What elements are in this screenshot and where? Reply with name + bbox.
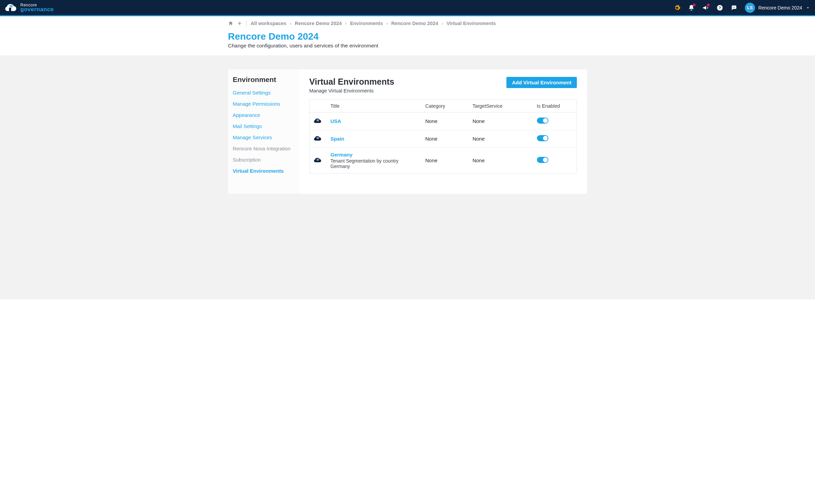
row-category: None [421,148,468,173]
row-cloud-icon [310,130,327,148]
brand-line2: governance [20,6,54,12]
col-icon [310,100,327,112]
add-virtual-environment-button[interactable]: Add Virtual Environment [506,77,577,88]
row-category: None [421,112,468,130]
svg-rect-0 [9,5,13,6]
settings-gear-icon[interactable] [674,4,681,11]
row-title-link[interactable]: Germany [331,152,353,158]
user-workspace-label: Rencore Demo 2024 [758,5,802,10]
breadcrumb-divider [246,20,247,26]
row-title-link[interactable]: Spain [331,136,344,142]
back-arrow-icon[interactable] [237,21,242,26]
toggle-knob [543,136,548,141]
row-cloud-icon [310,112,327,130]
row-cloud-icon [310,148,327,173]
col-enabled: Is Enabled [533,100,577,112]
row-category: None [421,130,468,148]
row-target: None [468,112,533,130]
row-target: None [468,130,533,148]
svg-point-5 [734,7,735,7]
svg-rect-9 [317,138,319,139]
table-row: SpainNoneNone [310,130,577,148]
top-nav: Rencore governance ? LS Rencore Demo 202… [0,0,815,16]
sidebar-title: Environment [233,76,294,84]
chevron-right-icon: › [345,21,347,26]
page-header: All workspaces › Rencore Demo 2024 › Env… [0,16,815,56]
col-category: Category [421,100,468,112]
svg-rect-11 [317,160,319,161]
page-subtitle: Change the configuration, users and serv… [228,43,587,49]
virtual-environments-table: Title Category TargetService Is Enabled … [309,100,577,173]
body: Environment General Settings Manage Perm… [0,56,815,299]
avatar: LS [745,3,755,13]
nav-right: ? LS Rencore Demo 2024 [674,3,810,13]
feedback-icon[interactable] [731,4,737,11]
brand-logo-icon [5,1,18,14]
col-title: Title [327,100,421,112]
svg-rect-6 [317,120,319,120]
chevron-down-icon [806,5,810,10]
breadcrumb-item[interactable]: Environments [350,21,383,26]
row-enabled-cell [533,130,577,148]
chevron-right-icon: › [290,21,292,26]
megaphone-icon[interactable] [702,4,709,11]
sidebar-item-subscription: Subscription [233,154,294,165]
row-title-cell: Spain [327,130,421,148]
row-description: Tenant Segmentation by country Germany [331,158,417,169]
svg-rect-10 [317,159,319,160]
sidebar-item-manage-services[interactable]: Manage Services [233,132,294,143]
sidebar-item-general-settings[interactable]: General Settings [233,87,294,98]
row-title-link[interactable]: USA [331,118,341,124]
toggle-knob [543,158,548,162]
enabled-toggle[interactable] [537,118,548,124]
main-content: Virtual Environments Manage Virtual Envi… [299,69,587,194]
bell-icon[interactable] [688,4,695,11]
table-row: USANoneNone [310,112,577,130]
brand[interactable]: Rencore governance [5,1,54,14]
enabled-toggle[interactable] [537,135,548,141]
breadcrumb-item[interactable]: Rencore Demo 2024 [391,21,438,26]
breadcrumb-item[interactable]: Rencore Demo 2024 [295,21,342,26]
toggle-knob [543,118,548,123]
page-title: Rencore Demo 2024 [228,31,587,42]
svg-rect-1 [9,6,13,7]
chevron-right-icon: › [442,21,443,26]
enabled-toggle[interactable] [537,157,548,163]
row-title-cell: GermanyTenant Segmentation by country Ge… [327,148,421,173]
sidebar-item-manage-permissions[interactable]: Manage Permissions [233,98,294,109]
megaphone-dot [707,4,710,6]
content-subtitle: Manage Virtual Environments [309,88,394,93]
row-enabled-cell [533,148,577,173]
user-menu[interactable]: LS Rencore Demo 2024 [745,3,810,13]
chevron-right-icon: › [386,21,388,26]
bell-dot [693,4,695,6]
row-target: None [468,148,533,173]
sidebar: Environment General Settings Manage Perm… [228,69,299,194]
svg-text:?: ? [718,5,721,10]
home-icon[interactable] [228,21,233,26]
col-target: TargetService [468,100,533,112]
svg-rect-7 [317,121,319,121]
sidebar-item-virtual-environments[interactable]: Virtual Environments [233,165,294,176]
row-title-cell: USA [327,112,421,130]
breadcrumb-item[interactable]: All workspaces [251,21,287,26]
breadcrumb: All workspaces › Rencore Demo 2024 › Env… [228,20,587,26]
sidebar-item-mail-settings[interactable]: Mail Settings [233,121,294,132]
table-header-row: Title Category TargetService Is Enabled [310,100,577,112]
svg-rect-8 [317,137,319,138]
content-title: Virtual Environments [309,77,394,87]
breadcrumb-item[interactable]: Virtual Environments [446,21,496,26]
row-enabled-cell [533,112,577,130]
sidebar-item-nova-integration: Rencore Nova Integration [233,143,294,154]
sidebar-item-appearance[interactable]: Appearance [233,109,294,121]
svg-point-4 [733,7,733,7]
table-row: GermanyTenant Segmentation by country Ge… [310,148,577,173]
help-icon[interactable]: ? [716,4,723,11]
